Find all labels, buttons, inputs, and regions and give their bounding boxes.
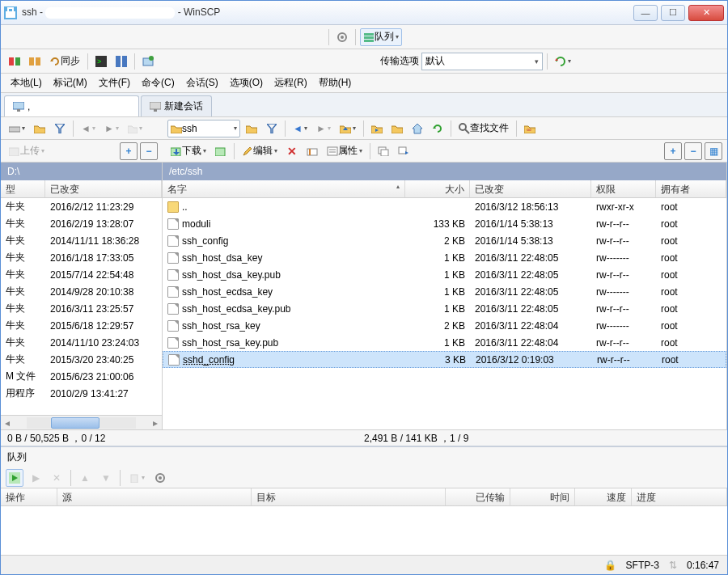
table-row[interactable]: 牛夹2016/3/11 23:25:57 <box>1 300 162 317</box>
col-owner[interactable]: 拥有者 <box>656 180 726 197</box>
table-row[interactable]: ..2016/3/12 18:56:13rwxr-xr-xroot <box>163 198 726 215</box>
find-files-button[interactable]: 查找文件 <box>455 120 512 137</box>
queue-body[interactable] <box>1 506 727 555</box>
properties-button[interactable]: 属性▾ <box>324 142 366 160</box>
refresh-icon[interactable]: ▾ <box>552 53 574 70</box>
plus-icon[interactable]: + <box>120 142 138 160</box>
qcol-source[interactable]: 源 <box>57 488 252 505</box>
move-down-icon[interactable]: ▼ <box>97 469 115 487</box>
new-session-icon[interactable] <box>139 53 157 70</box>
download-queue-icon[interactable] <box>212 142 230 160</box>
parent-folder-icon[interactable]: ▾ <box>336 120 359 137</box>
menu-local[interactable]: 本地(L) <box>6 74 47 91</box>
select-all-icon[interactable]: ▦ <box>705 142 722 160</box>
rename-icon[interactable] <box>303 142 321 160</box>
goto-folder-icon[interactable] <box>368 120 386 137</box>
qcol-progress[interactable]: 进度 <box>632 488 727 505</box>
table-row[interactable]: ssh_host_rsa_key2 KB2016/3/11 22:48:04rw… <box>163 317 726 334</box>
local-file-list[interactable]: 牛夹2016/2/12 11:23:29牛夹2016/2/19 13:28:07… <box>1 198 162 415</box>
qcol-target[interactable]: 目标 <box>252 488 446 505</box>
move-up-icon[interactable]: ▲ <box>76 469 94 487</box>
col-rights[interactable]: 权限 <box>591 180 656 197</box>
upload-button[interactable]: 上传▾ <box>6 142 48 160</box>
new-session-tab[interactable]: 新建会话 <box>141 95 212 116</box>
table-row[interactable]: 牛夹2016/1/18 17:33:05 <box>1 249 162 266</box>
menu-session[interactable]: 会话(S) <box>181 74 223 91</box>
cancel-icon[interactable]: ✕ <box>48 469 66 487</box>
options-icon[interactable] <box>333 28 351 46</box>
minimize-button[interactable]: — <box>633 5 658 21</box>
table-row[interactable]: moduli133 KB2016/1/14 5:38:13rw-r--r--ro… <box>163 215 726 232</box>
queue-go-icon[interactable] <box>6 469 23 487</box>
gear-icon[interactable] <box>151 469 169 487</box>
sync-browse-icon[interactable] <box>26 53 44 70</box>
plus-icon[interactable]: + <box>664 142 682 160</box>
edit-button[interactable]: 编辑▾ <box>239 142 281 160</box>
table-row[interactable]: ssh_host_dsa_key1 KB2016/3/11 22:48:05rw… <box>163 249 726 266</box>
forward-icon[interactable]: ►▾ <box>101 120 122 137</box>
menu-mark[interactable]: 标记(M) <box>49 74 92 91</box>
transfer-preset-combo[interactable]: 默认 <box>421 53 543 70</box>
table-row[interactable]: 牛夹2015/3/20 23:40:25 <box>1 351 162 368</box>
session-tab-active[interactable]: , <box>4 95 139 116</box>
table-row[interactable]: 牛夹2014/11/11 18:36:28 <box>1 232 162 249</box>
table-row[interactable]: 用程序2010/2/9 13:41:27 <box>1 385 162 402</box>
bookmark-folder-icon[interactable] <box>388 120 406 137</box>
table-row[interactable]: 牛夹2015/6/18 12:29:57 <box>1 317 162 334</box>
qcol-op[interactable]: 操作 <box>1 488 57 505</box>
menu-help[interactable]: 帮助(H) <box>314 74 357 91</box>
close-button[interactable]: ✕ <box>688 5 724 21</box>
filter-icon[interactable] <box>51 120 69 137</box>
link-icon[interactable]: ∞ <box>521 120 539 137</box>
table-row[interactable]: ssh_host_ecdsa_key1 KB2016/3/11 22:48:05… <box>163 283 726 300</box>
qcol-transferred[interactable]: 已传输 <box>446 488 510 505</box>
menu-options[interactable]: 选项(O) <box>225 74 268 91</box>
filter-icon[interactable] <box>263 120 281 137</box>
table-row[interactable]: 牛夹2016/2/12 11:23:29 <box>1 198 162 215</box>
table-row[interactable]: ssh_host_ecdsa_key.pub1 KB2016/3/11 22:4… <box>163 300 726 317</box>
col-changed[interactable]: 已改变 <box>45 180 162 197</box>
table-row[interactable]: M 文件2015/6/23 21:00:06 <box>1 368 162 385</box>
move-icon[interactable] <box>395 142 413 160</box>
col-size[interactable]: 大小 <box>405 180 470 197</box>
local-scrollbar[interactable]: ◂ ▸ <box>1 415 162 429</box>
back-icon[interactable]: ◄▾ <box>78 120 99 137</box>
table-row[interactable]: 牛夹2014/11/10 23:24:03 <box>1 334 162 351</box>
table-row[interactable]: ssh_config2 KB2016/1/14 5:38:13rw-r--r--… <box>163 232 726 249</box>
drive-icon[interactable]: ▾ <box>6 120 28 137</box>
delete-icon[interactable]: ✕ <box>283 142 301 160</box>
qcol-speed[interactable]: 速度 <box>575 488 632 505</box>
menu-remote[interactable]: 远程(R) <box>269 74 312 91</box>
menu-commands[interactable]: 命令(C) <box>137 74 180 91</box>
reload-icon[interactable] <box>429 120 447 137</box>
table-row[interactable]: ssh_host_rsa_key.pub1 KB2016/3/11 22:48:… <box>163 334 726 351</box>
minus-icon[interactable]: − <box>684 142 702 160</box>
table-row[interactable]: sshd_config3 KB2016/3/12 0:19:03rw-r--r-… <box>163 351 726 368</box>
folder-combo[interactable]: ssh ▾ <box>167 120 240 137</box>
console-icon[interactable]: > <box>92 53 110 70</box>
queue-button[interactable]: 队列 ▾ <box>360 28 402 46</box>
table-row[interactable]: 牛夹2015/7/14 22:54:48 <box>1 266 162 283</box>
table-row[interactable]: 牛夹2016/2/19 13:28:07 <box>1 215 162 232</box>
open-folder-icon[interactable] <box>31 120 49 137</box>
col-type[interactable]: 型 <box>1 180 45 197</box>
col-changed[interactable]: 已改变 <box>470 180 591 197</box>
col-name[interactable]: 名字 <box>163 180 405 197</box>
download-button[interactable]: 下载▾ <box>167 142 210 160</box>
scrollbar-thumb[interactable] <box>51 417 99 429</box>
remote-file-list[interactable]: ..2016/3/12 18:56:13rwxr-xr-xrootmoduli1… <box>163 198 726 429</box>
table-row[interactable]: 牛夹2014/9/28 20:10:38 <box>1 283 162 300</box>
back-icon[interactable]: ◄▾ <box>290 120 311 137</box>
compare-icon[interactable] <box>6 53 23 70</box>
sync-button[interactable]: 同步 <box>46 53 83 70</box>
queue-delete-icon[interactable]: ▾ <box>125 469 148 487</box>
up-icon[interactable]: ▾ <box>125 120 146 137</box>
forward-icon[interactable]: ►▾ <box>313 120 334 137</box>
copy-icon[interactable] <box>375 142 392 160</box>
play-icon[interactable]: ▶ <box>27 469 44 487</box>
menu-files[interactable]: 文件(F) <box>94 74 135 91</box>
home-icon[interactable] <box>408 120 426 137</box>
maximize-button[interactable]: ☐ <box>661 5 685 21</box>
open-folder-icon[interactable] <box>243 120 260 137</box>
qcol-time[interactable]: 时间 <box>510 488 575 505</box>
